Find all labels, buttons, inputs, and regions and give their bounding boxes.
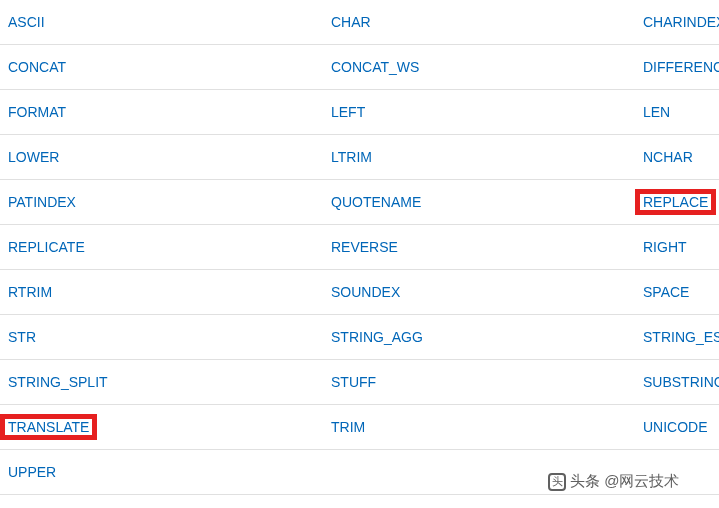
function-link-substring[interactable]: SUBSTRING xyxy=(643,374,719,390)
function-link-right[interactable]: RIGHT xyxy=(643,239,687,255)
table-cell: REVERSE xyxy=(323,225,635,269)
table-cell: LEFT xyxy=(323,90,635,134)
table-cell: NCHAR xyxy=(635,135,719,179)
toutiao-icon: 头 xyxy=(548,473,566,491)
table-cell: UNICODE xyxy=(635,405,719,449)
table-cell: RTRIM xyxy=(0,270,323,314)
table-cell: STRING_ESCAPE xyxy=(635,315,719,359)
table-cell: FORMAT xyxy=(0,90,323,134)
function-link-nchar[interactable]: NCHAR xyxy=(643,149,693,165)
highlight-box: TRANSLATE xyxy=(0,414,97,440)
table-cell: CHAR xyxy=(323,0,635,44)
function-link-ltrim[interactable]: LTRIM xyxy=(331,149,372,165)
function-link-upper[interactable]: UPPER xyxy=(8,464,56,480)
table-row: CONCATCONCAT_WSDIFFERENCE xyxy=(0,45,719,90)
table-row: LOWERLTRIMNCHAR xyxy=(0,135,719,180)
function-link-unicode[interactable]: UNICODE xyxy=(643,419,708,435)
table-row: TRANSLATETRIMUNICODE xyxy=(0,405,719,450)
function-link-replace[interactable]: REPLACE xyxy=(643,194,708,210)
function-link-string_agg[interactable]: STRING_AGG xyxy=(331,329,423,345)
function-link-concat_ws[interactable]: CONCAT_WS xyxy=(331,59,419,75)
function-link-translate[interactable]: TRANSLATE xyxy=(8,419,89,435)
function-link-stuff[interactable]: STUFF xyxy=(331,374,376,390)
function-link-left[interactable]: LEFT xyxy=(331,104,365,120)
table-cell: SPACE xyxy=(635,270,719,314)
table-row: STRSTRING_AGGSTRING_ESCAPE xyxy=(0,315,719,360)
table-row: REPLICATEREVERSERIGHT xyxy=(0,225,719,270)
function-link-patindex[interactable]: PATINDEX xyxy=(8,194,76,210)
table-cell: UPPER xyxy=(0,450,323,494)
table-cell: STUFF xyxy=(323,360,635,404)
table-cell: LEN xyxy=(635,90,719,134)
highlight-box: REPLACE xyxy=(635,189,716,215)
table-cell: SOUNDEX xyxy=(323,270,635,314)
function-link-rtrim[interactable]: RTRIM xyxy=(8,284,52,300)
table-cell: STRING_SPLIT xyxy=(0,360,323,404)
table-cell: SUBSTRING xyxy=(635,360,719,404)
table-cell: STRING_AGG xyxy=(323,315,635,359)
table-cell: CHARINDEX xyxy=(635,0,719,44)
function-link-concat[interactable]: CONCAT xyxy=(8,59,66,75)
function-link-quotename[interactable]: QUOTENAME xyxy=(331,194,421,210)
table-cell: DIFFERENCE xyxy=(635,45,719,89)
table-cell: REPLACE xyxy=(635,180,719,224)
function-link-char[interactable]: CHAR xyxy=(331,14,371,30)
function-link-charindex[interactable]: CHARINDEX xyxy=(643,14,719,30)
table-row: STRING_SPLITSTUFFSUBSTRING xyxy=(0,360,719,405)
watermark: 头 头条 @网云技术 xyxy=(548,472,679,491)
function-link-ascii[interactable]: ASCII xyxy=(8,14,45,30)
table-cell: ASCII xyxy=(0,0,323,44)
table-cell: CONCAT xyxy=(0,45,323,89)
function-link-space[interactable]: SPACE xyxy=(643,284,689,300)
table-cell: STR xyxy=(0,315,323,359)
function-link-lower[interactable]: LOWER xyxy=(8,149,59,165)
table-cell: LTRIM xyxy=(323,135,635,179)
function-link-str[interactable]: STR xyxy=(8,329,36,345)
table-cell: TRIM xyxy=(323,405,635,449)
table-row: PATINDEXQUOTENAMEREPLACE xyxy=(0,180,719,225)
table-cell: RIGHT xyxy=(635,225,719,269)
table-cell: REPLICATE xyxy=(0,225,323,269)
function-link-trim[interactable]: TRIM xyxy=(331,419,365,435)
function-link-replicate[interactable]: REPLICATE xyxy=(8,239,85,255)
table-cell: LOWER xyxy=(0,135,323,179)
function-link-difference[interactable]: DIFFERENCE xyxy=(643,59,719,75)
table-cell: PATINDEX xyxy=(0,180,323,224)
string-functions-table: ASCIICHARCHARINDEXCONCATCONCAT_WSDIFFERE… xyxy=(0,0,719,495)
function-link-string_split[interactable]: STRING_SPLIT xyxy=(8,374,108,390)
watermark-text: 头条 @网云技术 xyxy=(570,472,679,491)
table-cell: CONCAT_WS xyxy=(323,45,635,89)
function-link-reverse[interactable]: REVERSE xyxy=(331,239,398,255)
table-row: FORMATLEFTLEN xyxy=(0,90,719,135)
function-link-string_escape[interactable]: STRING_ESCAPE xyxy=(643,329,719,345)
function-link-format[interactable]: FORMAT xyxy=(8,104,66,120)
function-link-soundex[interactable]: SOUNDEX xyxy=(331,284,400,300)
table-row: RTRIMSOUNDEXSPACE xyxy=(0,270,719,315)
function-link-len[interactable]: LEN xyxy=(643,104,670,120)
table-row: ASCIICHARCHARINDEX xyxy=(0,0,719,45)
table-cell: TRANSLATE xyxy=(0,405,323,449)
table-cell: QUOTENAME xyxy=(323,180,635,224)
